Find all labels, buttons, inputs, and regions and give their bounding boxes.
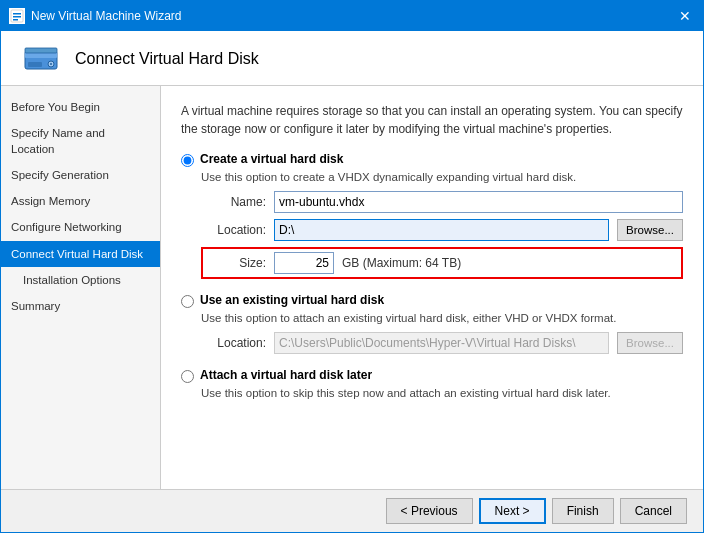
svg-rect-3	[13, 19, 18, 21]
close-button[interactable]: ✕	[675, 9, 695, 23]
option3-group: Attach a virtual hard disk later Use thi…	[181, 368, 683, 399]
svg-rect-9	[25, 48, 57, 53]
option2-browse-button: Browse...	[617, 332, 683, 354]
option3-radio[interactable]	[181, 370, 194, 383]
svg-rect-1	[13, 13, 21, 15]
main-content: A virtual machine requires storage so th…	[161, 86, 703, 489]
title-bar: New Virtual Machine Wizard ✕	[1, 1, 703, 31]
option1-radio-row: Create a virtual hard disk	[181, 152, 683, 167]
next-button[interactable]: Next >	[479, 498, 546, 524]
size-label: Size:	[209, 256, 266, 270]
size-input[interactable]	[274, 252, 334, 274]
option1-form: Name: Location: Browse... Size: GB (Maxi…	[201, 191, 683, 279]
svg-rect-2	[13, 16, 21, 18]
description-text: A virtual machine requires storage so th…	[181, 102, 683, 138]
window-icon	[9, 8, 25, 24]
name-row: Name:	[201, 191, 683, 213]
sidebar-item-before-you-begin[interactable]: Before You Begin	[1, 94, 160, 120]
header-section: Connect Virtual Hard Disk	[1, 31, 703, 86]
option1-label[interactable]: Create a virtual hard disk	[200, 152, 343, 166]
page-title: Connect Virtual Hard Disk	[75, 50, 259, 68]
svg-point-8	[50, 63, 52, 65]
option2-group: Use an existing virtual hard disk Use th…	[181, 293, 683, 354]
content-area: Before You Begin Specify Name and Locati…	[1, 86, 703, 489]
location-label: Location:	[201, 223, 266, 237]
option1-desc: Use this option to create a VHDX dynamic…	[201, 171, 683, 183]
name-input[interactable]	[274, 191, 683, 213]
size-unit: GB (Maximum: 64 TB)	[342, 256, 461, 270]
cancel-button[interactable]: Cancel	[620, 498, 687, 524]
sidebar-item-specify-name[interactable]: Specify Name and Location	[1, 120, 160, 162]
option3-desc: Use this option to skip this step now an…	[201, 387, 683, 399]
sidebar: Before You Begin Specify Name and Locati…	[1, 86, 161, 489]
option2-label[interactable]: Use an existing virtual hard disk	[200, 293, 384, 307]
sidebar-item-connect-vhd[interactable]: Connect Virtual Hard Disk	[1, 241, 160, 267]
option2-radio[interactable]	[181, 295, 194, 308]
option2-radio-row: Use an existing virtual hard disk	[181, 293, 683, 308]
option1-radio[interactable]	[181, 154, 194, 167]
option2-location-input	[274, 332, 609, 354]
sidebar-item-specify-generation[interactable]: Specify Generation	[1, 162, 160, 188]
title-bar-left: New Virtual Machine Wizard	[9, 8, 182, 24]
location-input[interactable]	[274, 219, 609, 241]
option1-group: Create a virtual hard disk Use this opti…	[181, 152, 683, 279]
sidebar-item-configure-networking[interactable]: Configure Networking	[1, 214, 160, 240]
footer: < Previous Next > Finish Cancel	[1, 489, 703, 532]
name-label: Name:	[201, 195, 266, 209]
option2-form: Location: Browse...	[201, 332, 683, 354]
location-row: Location: Browse...	[201, 219, 683, 241]
finish-button[interactable]: Finish	[552, 498, 614, 524]
option2-desc: Use this option to attach an existing vi…	[201, 312, 683, 324]
sidebar-item-summary[interactable]: Summary	[1, 293, 160, 319]
header-icon	[21, 43, 61, 75]
location-browse-button[interactable]: Browse...	[617, 219, 683, 241]
sidebar-item-installation-options[interactable]: Installation Options	[1, 267, 160, 293]
window-title: New Virtual Machine Wizard	[31, 9, 182, 23]
option3-label[interactable]: Attach a virtual hard disk later	[200, 368, 372, 382]
sidebar-item-assign-memory[interactable]: Assign Memory	[1, 188, 160, 214]
option3-radio-row: Attach a virtual hard disk later	[181, 368, 683, 383]
size-row: Size: GB (Maximum: 64 TB)	[201, 247, 683, 279]
svg-rect-6	[28, 62, 42, 67]
option2-location-label: Location:	[201, 336, 266, 350]
previous-button[interactable]: < Previous	[386, 498, 473, 524]
option2-location-row: Location: Browse...	[201, 332, 683, 354]
window: New Virtual Machine Wizard ✕ Connect Vir…	[0, 0, 704, 533]
